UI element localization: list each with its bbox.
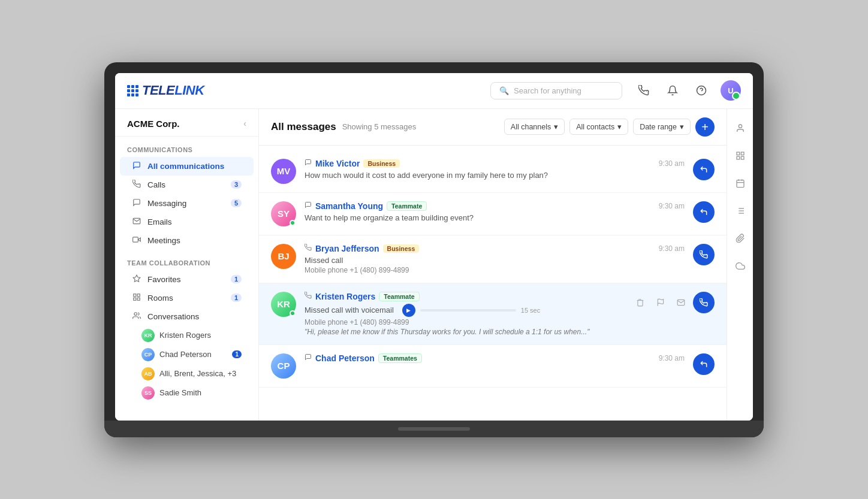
- sub-avatar-ss: SS: [141, 386, 155, 400]
- paperclip-icon[interactable]: [731, 229, 750, 248]
- call-button-kristen-rogers[interactable]: [693, 292, 715, 313]
- add-message-button[interactable]: +: [695, 117, 715, 137]
- sidebar-item-calls[interactable]: Calls 3: [120, 176, 254, 194]
- logo-area: TELELINK: [127, 83, 204, 98]
- video-icon: [132, 235, 141, 246]
- search-bar[interactable]: 🔍 Search for anything: [490, 82, 622, 99]
- svg-rect-11: [737, 152, 740, 155]
- sidebar: ACME Corp. ‹ Communications All communic…: [115, 109, 259, 421]
- avatar-bryan-jefferson: BJ: [271, 244, 296, 269]
- chat-icon: [132, 161, 141, 171]
- sub-avatar-cp: CP: [141, 348, 155, 361]
- person-icon[interactable]: [731, 119, 750, 138]
- message-item-mike-victor[interactable]: MV Mike Victor Business 9:30 am: [259, 150, 727, 193]
- flag-icon[interactable]: [652, 294, 669, 311]
- sidebar-item-messaging[interactable]: Messaging 5: [120, 194, 254, 213]
- sidebar-item-meetings[interactable]: Meetings: [120, 231, 254, 250]
- delete-icon[interactable]: [632, 294, 649, 311]
- chat-icon-cp: [305, 353, 312, 362]
- svg-point-8: [134, 312, 137, 315]
- svg-rect-12: [741, 152, 744, 155]
- messages-header: All messages Showing 5 messages All chan…: [259, 109, 727, 146]
- reply-button-chad-peterson[interactable]: [693, 353, 715, 375]
- time-chad-peterson: 9:30 am: [659, 354, 685, 362]
- sub-item-sadie-smith[interactable]: SS Sadie Smith: [120, 383, 254, 403]
- msg-subtext-bryan-jefferson: Mobile phone +1 (480) 899-4899: [305, 266, 685, 274]
- collapse-button[interactable]: ‹: [243, 119, 246, 128]
- msg-subtext-kristen-rogers: Mobile phone +1 (480) 899-4899: [305, 318, 617, 326]
- meetings-label: Meetings: [147, 236, 180, 245]
- date-filter[interactable]: Date range ▾: [633, 119, 691, 135]
- tag-mike-victor: Business: [363, 159, 400, 168]
- messaging-badge: 5: [231, 199, 242, 207]
- team-collaboration-section-title: Team collaboration: [115, 250, 258, 270]
- message-item-bryan-jefferson[interactable]: BJ Bryan Jefferson Business 9:30 am: [259, 235, 727, 283]
- user-avatar[interactable]: U: [721, 80, 741, 101]
- audio-progress-bar[interactable]: [420, 309, 516, 312]
- filter-area: All channels ▾ All contacts ▾ Date range…: [504, 117, 715, 137]
- sub-item-kristen-rogers[interactable]: KR Kristen Rogers: [120, 326, 254, 345]
- sub-item-alli-brent[interactable]: AB Alli, Brent, Jessica, +3: [120, 364, 254, 383]
- msg-name-kristen-rogers: Kristen Rogers: [315, 292, 375, 301]
- sub-avatar-kr: KR: [141, 329, 155, 342]
- time-mike-victor: 9:30 am: [659, 159, 685, 168]
- message-item-kristen-rogers[interactable]: KR Kristen Rogers Teamm: [259, 283, 727, 345]
- avatar-samantha-young: SY: [271, 201, 296, 226]
- phone-icon-btn[interactable]: [634, 81, 653, 100]
- reply-button-mike-victor[interactable]: [693, 159, 715, 180]
- chat-icon: [305, 159, 312, 168]
- contacts-filter[interactable]: All contacts ▾: [569, 119, 628, 135]
- calendar-icon[interactable]: [731, 174, 750, 193]
- tag-samantha-young: Teammate: [387, 201, 427, 211]
- company-name: ACME Corp.: [127, 119, 180, 129]
- msg-text-samantha-young: Want to help me organize a team building…: [305, 213, 685, 222]
- sidebar-item-favorites[interactable]: Favorites 1: [120, 270, 254, 289]
- svg-rect-5: [137, 294, 140, 296]
- sidebar-item-all-communications[interactable]: All communications: [120, 157, 254, 176]
- sidebar-item-conversations[interactable]: Conversations: [120, 307, 254, 326]
- chevron-down-icon: ▾: [680, 122, 684, 131]
- tag-bryan-jefferson: Business: [383, 244, 420, 253]
- calls-badge: 3: [231, 180, 242, 189]
- message-item-samantha-young[interactable]: SY Samantha Young Teamm: [259, 193, 727, 235]
- voicemail-row: Missed call with voicemail ▶ 15 sec: [305, 304, 617, 317]
- emails-label: Emails: [147, 217, 172, 226]
- keypad-icon[interactable]: [731, 146, 750, 165]
- sidebar-item-rooms[interactable]: Rooms 1: [120, 289, 254, 307]
- phone-icon: [132, 180, 141, 190]
- msg-name-chad-peterson: Chad Peterson: [315, 353, 375, 363]
- audio-duration: 15 sec: [521, 307, 540, 314]
- rooms-label: Rooms: [147, 294, 173, 303]
- message-body-chad-peterson: Chad Peterson Teammates 9:30 am: [305, 353, 685, 365]
- sub-avatar-ab: AB: [141, 367, 155, 380]
- conversations-icon: [132, 312, 141, 322]
- bell-icon-btn[interactable]: [663, 81, 682, 100]
- message-body-bryan-jefferson: Bryan Jefferson Business 9:30 am Missed …: [305, 244, 685, 274]
- rooms-badge: 1: [231, 294, 242, 302]
- sidebar-item-emails[interactable]: Emails: [120, 213, 254, 231]
- cloud-icon[interactable]: [731, 256, 750, 276]
- msg-text-bryan-jefferson: Missed call: [305, 256, 685, 265]
- list-icon[interactable]: [731, 201, 750, 220]
- channels-filter[interactable]: All channels ▾: [504, 119, 565, 135]
- avatar-mike-victor: MV: [271, 159, 296, 184]
- time-samantha-young: 9:30 am: [659, 202, 685, 210]
- msg-name-samantha-young: Samantha Young: [315, 201, 383, 211]
- nav-icons: U: [634, 80, 741, 101]
- sub-item-chad-peterson[interactable]: CP Chad Peterson 1: [120, 345, 254, 364]
- email-action-icon[interactable]: [673, 294, 689, 311]
- message-icon: [132, 198, 141, 208]
- chat-icon-sy: [305, 201, 312, 210]
- call-button-bryan-jefferson[interactable]: [693, 244, 715, 265]
- reply-button-samantha-young[interactable]: [693, 201, 715, 223]
- message-item-chad-peterson[interactable]: CP Chad Peterson Teammates: [259, 345, 727, 388]
- play-button[interactable]: ▶: [402, 304, 415, 317]
- grid-icon[interactable]: [127, 85, 138, 96]
- svg-rect-15: [737, 180, 744, 187]
- svg-rect-7: [137, 298, 140, 300]
- search-placeholder: Search for anything: [514, 86, 581, 95]
- avatar-chad-peterson: CP: [271, 353, 296, 379]
- svg-rect-4: [134, 294, 136, 296]
- rooms-icon: [132, 293, 141, 303]
- help-icon-btn[interactable]: [692, 81, 711, 100]
